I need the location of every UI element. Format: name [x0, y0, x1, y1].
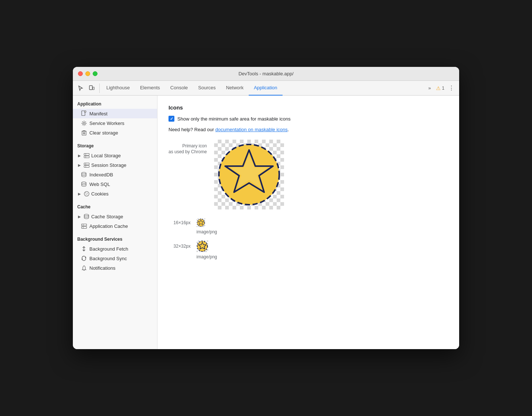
toolbar-icons	[76, 83, 100, 93]
application-cache-label: Application Cache	[89, 223, 128, 229]
svg-rect-7	[84, 156, 89, 158]
help-text-row: Need help? Read our documentation on mas…	[169, 127, 448, 132]
warning-icon: ⚠	[436, 85, 441, 91]
db-icon-cache	[84, 214, 89, 219]
primary-icon-svg	[214, 140, 284, 209]
local-storage-label: Local Storage	[91, 153, 121, 158]
cursor-icon	[78, 85, 84, 91]
help-suffix: .	[288, 127, 289, 132]
title-bar: DevTools - maskable.app/	[73, 67, 459, 81]
close-button[interactable]	[78, 71, 83, 76]
cache-storage-label: Cache Storage	[91, 214, 123, 219]
db-icon-indexed	[81, 172, 87, 177]
background-fetch-label: Background Fetch	[89, 246, 128, 252]
sidebar-item-background-sync[interactable]: Background Sync	[73, 254, 157, 263]
svg-point-21	[84, 214, 89, 215]
small-icon-preview-16	[196, 218, 205, 227]
notifications-label: Notifications	[89, 265, 116, 271]
main-content: Application Manifest	[73, 96, 459, 349]
arrows-icon	[81, 246, 87, 252]
cookies-label: Cookies	[91, 191, 109, 197]
svg-point-17	[85, 193, 86, 193]
arrow-right-icon-4: ▶	[77, 214, 82, 219]
sidebar-item-session-storage[interactable]: ▶ Session Storage	[73, 160, 157, 170]
tab-overflow-button[interactable]: »	[425, 85, 434, 91]
svg-rect-10	[84, 163, 89, 165]
svg-point-18	[87, 193, 88, 194]
svg-point-15	[82, 182, 86, 183]
help-link[interactable]: documentation on maskable icons	[215, 127, 288, 132]
svg-point-4	[83, 122, 85, 124]
sidebar-item-clear-storage[interactable]: Clear storage	[73, 128, 157, 137]
db-icon-sql	[81, 181, 87, 187]
clear-storage-label: Clear storage	[89, 130, 118, 136]
primary-icon-label-sub: as used by Chrome	[169, 149, 207, 154]
small-icon-type-row-16: image/png	[169, 229, 448, 234]
devtools-window: DevTools - maskable.app/ Lighthouse Elem	[73, 67, 459, 349]
svg-point-16	[84, 191, 89, 196]
svg-rect-1	[93, 87, 94, 90]
sidebar-item-notifications[interactable]: Notifications	[73, 263, 157, 273]
toolbar: Lighthouse Elements Console Sources Netw…	[73, 81, 459, 96]
sidebar-item-local-storage[interactable]: ▶ Local Storage	[73, 151, 157, 160]
indexeddb-label: IndexedDB	[89, 172, 113, 177]
maskable-checkbox[interactable]	[169, 116, 174, 122]
arrow-right-icon-2: ▶	[77, 163, 82, 167]
tab-application[interactable]: Application	[249, 81, 283, 96]
sidebar-item-service-workers[interactable]: Service Workers	[73, 118, 157, 128]
doc-icon	[81, 111, 87, 116]
device-button[interactable]	[87, 83, 96, 93]
warning-count: 1	[442, 86, 444, 91]
sidebar-section-cache: Cache	[73, 198, 157, 212]
arrow-right-icon-3: ▶	[77, 191, 82, 196]
service-workers-label: Service Workers	[89, 121, 124, 126]
icon-type-32: image/png	[196, 254, 217, 259]
help-text-prefix: Need help? Read our	[169, 127, 214, 132]
sidebar-item-cache-storage[interactable]: ▶ Cache Storage	[73, 212, 157, 221]
tabs: Lighthouse Elements Console Sources Netw…	[101, 81, 425, 96]
svg-rect-3	[85, 111, 86, 112]
cookie-icon	[84, 191, 89, 197]
icon-type-16: image/png	[196, 229, 217, 234]
device-icon	[89, 85, 95, 91]
tab-elements[interactable]: Elements	[135, 81, 165, 96]
toolbar-right: » ⚠ 1 ⋮	[425, 83, 456, 93]
primary-icon-label-main: Primary icon	[182, 143, 207, 148]
primary-icon-labels: Primary icon as used by Chrome	[169, 140, 207, 154]
small-icon-type-row-32: image/png	[169, 254, 448, 259]
size-label-16: 16×16px	[169, 220, 191, 225]
sidebar-item-application-cache[interactable]: Application Cache	[73, 221, 157, 231]
panel: Icons Show only the minimum safe area fo…	[157, 96, 459, 349]
sidebar-section-storage: Storage	[73, 137, 157, 151]
tab-console[interactable]: Console	[165, 81, 193, 96]
primary-icon-row: Primary icon as used by Chrome	[169, 140, 448, 209]
tab-sources[interactable]: Sources	[193, 81, 221, 96]
maximize-button[interactable]	[93, 71, 97, 76]
tab-lighthouse[interactable]: Lighthouse	[101, 81, 135, 96]
more-button[interactable]: ⋮	[447, 83, 456, 93]
sidebar-item-cookies[interactable]: ▶ Cookies	[73, 189, 157, 198]
svg-point-20	[87, 194, 88, 195]
sync-icon	[81, 255, 87, 261]
icon-row-16: 16×16px image/png	[169, 218, 448, 234]
sidebar-item-web-sql[interactable]: Web SQL	[73, 179, 157, 189]
grid-icon-session	[84, 162, 89, 168]
gear-icon	[81, 120, 87, 126]
sidebar-item-background-fetch[interactable]: Background Fetch	[73, 244, 157, 254]
tab-network[interactable]: Network	[221, 81, 249, 96]
sidebar-item-indexeddb[interactable]: IndexedDB	[73, 170, 157, 179]
inspect-button[interactable]	[76, 83, 85, 93]
svg-point-14	[82, 172, 86, 173]
window-title: DevTools - maskable.app/	[238, 71, 294, 76]
small-icon-canvas-32	[196, 240, 208, 252]
session-storage-label: Session Storage	[91, 162, 126, 168]
sidebar: Application Manifest	[73, 96, 157, 349]
background-sync-label: Background Sync	[89, 256, 127, 261]
svg-rect-0	[89, 86, 92, 90]
sidebar-section-application: Application	[73, 96, 157, 109]
web-sql-label: Web SQL	[89, 182, 110, 187]
sidebar-section-bg-services: Background Services	[73, 231, 157, 244]
minimize-button[interactable]	[85, 71, 90, 76]
checkbox-row: Show only the minimum safe area for mask…	[169, 116, 448, 122]
sidebar-item-manifest[interactable]: Manifest	[73, 109, 157, 118]
